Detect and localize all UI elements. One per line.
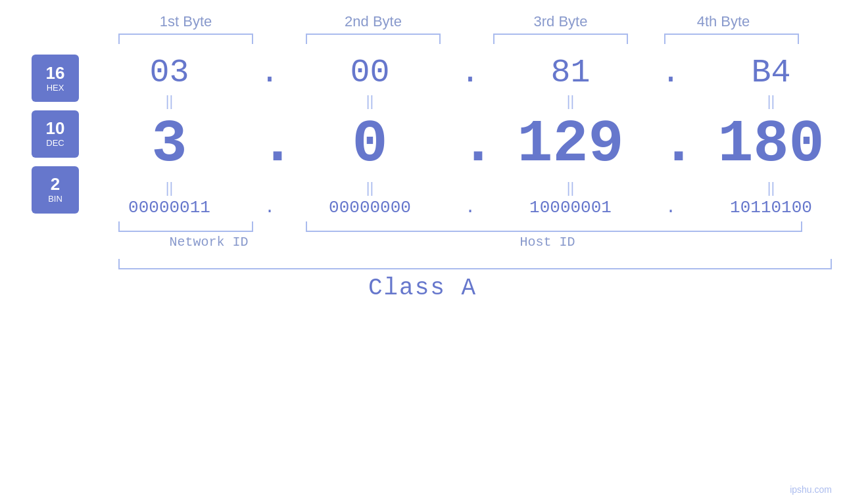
dec-b1: 3	[79, 111, 260, 178]
dec-row: 3 . 0 . 129 . 180	[79, 111, 845, 178]
dec-dot-3: .	[661, 111, 681, 178]
hex-badge: 16 HEX	[32, 55, 79, 102]
bin-dot-2: .	[460, 198, 480, 218]
dec-b4: 180	[681, 111, 845, 178]
top-bracket-3	[493, 34, 628, 44]
dec-b2: 0	[279, 111, 460, 178]
bin-badge-number: 2	[51, 175, 60, 193]
hex-dot-1: .	[260, 54, 279, 91]
byte-label-1: 1st Byte	[95, 13, 276, 30]
bin-dot-1: .	[260, 198, 279, 218]
data-grid: 03 . 00 . 81 . B4 || || || || 3 .	[79, 51, 845, 218]
big-bracket	[118, 259, 832, 269]
eq2-b4: ||	[681, 179, 845, 196]
hex-b3: 81	[480, 54, 661, 91]
bottom-brackets-row	[0, 221, 845, 232]
top-brackets-row	[0, 34, 845, 44]
eq1-b4: ||	[681, 93, 845, 110]
host-id-label: Host ID	[299, 235, 796, 250]
byte-label-4: 4th Byte	[658, 13, 789, 30]
equals-row-2: || || || ||	[79, 179, 845, 196]
hex-dot-2: .	[460, 54, 480, 91]
top-bracket-1	[118, 34, 253, 44]
main-container: 1st Byte 2nd Byte 3rd Byte 4th Byte 16 H…	[0, 0, 845, 504]
hex-row: 03 . 00 . 81 . B4	[79, 54, 845, 91]
dec-badge-label: DEC	[46, 138, 64, 148]
hex-badge-number: 16	[46, 64, 65, 81]
bin-b1: 00000011	[79, 198, 260, 218]
eq2-b2: ||	[279, 179, 460, 196]
hex-badge-label: HEX	[47, 83, 64, 93]
dec-badge-number: 10	[46, 120, 65, 137]
bin-row: 00000011 . 00000000 . 10000001 . 1011010…	[79, 198, 845, 218]
bin-b3: 10000001	[480, 198, 661, 218]
byte-label-3: 3rd Byte	[470, 13, 651, 30]
bin-badge-label: BIN	[48, 194, 62, 204]
dec-dot-1: .	[260, 111, 279, 178]
host-bracket	[306, 221, 802, 232]
equals-row-1: || || || ||	[79, 93, 845, 110]
eq1-b3: ||	[480, 93, 661, 110]
hex-b1: 03	[79, 54, 260, 91]
hex-dot-3: .	[661, 54, 681, 91]
network-bracket	[118, 221, 253, 232]
dec-b3: 129	[480, 111, 661, 178]
bin-b4: 10110100	[681, 198, 845, 218]
left-badges: 16 HEX 10 DEC 2 BIN	[0, 51, 79, 218]
byte-label-2: 2nd Byte	[283, 13, 464, 30]
bin-b2: 00000000	[279, 198, 460, 218]
eq1-b2: ||	[279, 93, 460, 110]
class-a-row: Class A	[0, 275, 845, 302]
dec-badge: 10 DEC	[32, 110, 79, 158]
class-a-label: Class A	[368, 275, 477, 302]
eq2-b3: ||	[480, 179, 661, 196]
hex-b2: 00	[279, 54, 460, 91]
dec-dot-2: .	[460, 111, 480, 178]
eq2-b1: ||	[79, 179, 260, 196]
byte-labels-row: 1st Byte 2nd Byte 3rd Byte 4th Byte	[0, 13, 845, 30]
hex-b4: B4	[681, 54, 845, 91]
network-host-labels-row: Network ID Host ID	[0, 235, 845, 250]
content-area: 16 HEX 10 DEC 2 BIN 03 . 00 . 81 . B4	[0, 51, 845, 218]
top-bracket-4	[664, 34, 799, 44]
eq1-b1: ||	[79, 93, 260, 110]
bin-badge: 2 BIN	[32, 166, 79, 214]
network-id-label: Network ID	[118, 235, 299, 250]
watermark: ipshu.com	[790, 484, 832, 495]
top-bracket-2	[306, 34, 441, 44]
big-bottom-bracket-row	[0, 259, 845, 269]
bin-dot-3: .	[661, 198, 681, 218]
